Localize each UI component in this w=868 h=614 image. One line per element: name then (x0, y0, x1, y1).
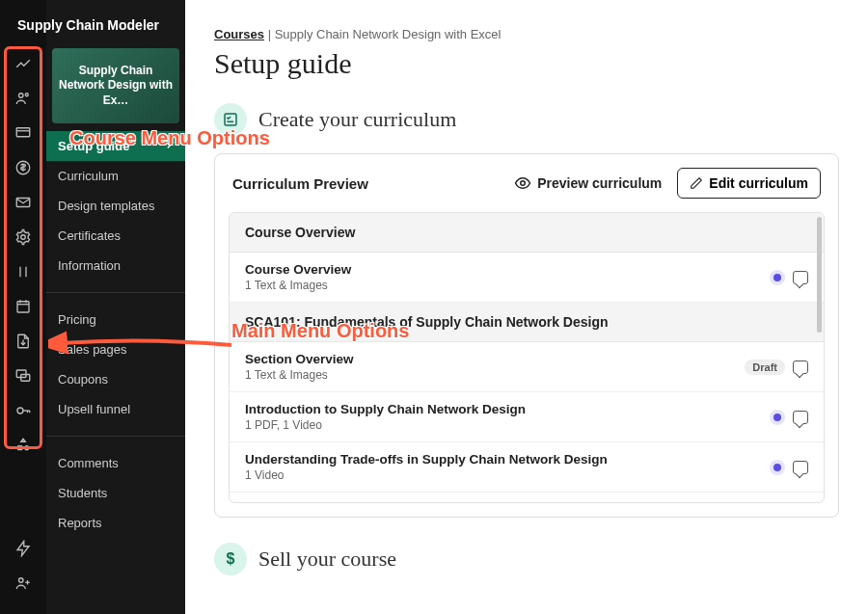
sidebar-item-pricing[interactable]: Pricing (46, 305, 185, 334)
section-title: Create your curriculum (258, 107, 456, 132)
pause-icon[interactable] (10, 258, 37, 285)
svg-point-1 (25, 93, 28, 96)
calendar-icon[interactable] (10, 293, 37, 320)
published-icon (770, 460, 785, 475)
curriculum-section-header: SCA101: Fundamentals of Supply Chain Net… (230, 303, 824, 342)
comment-icon[interactable] (793, 461, 808, 474)
analytics-icon[interactable] (10, 50, 37, 77)
main-content: Courses | Supply Chain Network Design wi… (185, 0, 868, 614)
curriculum-lesson[interactable]: Introduction to Supply Chain Network Des… (230, 392, 824, 442)
curriculum-section-header: Course Overview (230, 213, 824, 253)
curriculum-lesson[interactable]: Section Overview1 Text & ImagesDraft (230, 342, 824, 392)
course-card-title: Supply Chain Network Design with Ex… (58, 64, 174, 109)
comment-icon[interactable] (793, 271, 808, 284)
svg-rect-9 (17, 302, 29, 312)
published-icon (770, 502, 785, 503)
site-icon[interactable] (10, 120, 37, 147)
main-nav-rail (0, 0, 46, 614)
svg-point-22 (25, 446, 29, 450)
curriculum-list[interactable]: Course OverviewCourse Overview1 Text & I… (229, 212, 825, 503)
users-icon[interactable] (10, 85, 37, 112)
svg-point-16 (17, 408, 23, 414)
published-icon (770, 270, 785, 285)
svg-point-29 (521, 181, 526, 186)
divider (46, 292, 185, 293)
course-sidebar: Supply Chain Modeler Supply Chain Networ… (46, 0, 185, 614)
apps-icon[interactable] (10, 432, 37, 459)
section-sell-header: $ Sell your course (214, 543, 839, 575)
svg-marker-20 (21, 439, 26, 441)
edit-curriculum-button[interactable]: Edit curriculum (677, 168, 821, 199)
curriculum-lesson[interactable]: Factors affecting Supply Chain Network D… (230, 493, 824, 503)
eye-icon (514, 174, 531, 192)
course-card[interactable]: Supply Chain Network Design with Ex… (52, 48, 179, 123)
svg-rect-27 (225, 114, 236, 125)
comment-icon[interactable] (793, 360, 808, 374)
breadcrumb-root[interactable]: Courses (214, 27, 264, 41)
sales-icon[interactable] (10, 154, 37, 181)
sidebar-item-students[interactable]: Students (46, 478, 185, 508)
people-plus-icon[interactable] (10, 570, 37, 597)
sidebar-item-design-templates[interactable]: Design templates (46, 191, 185, 221)
email-icon[interactable] (10, 189, 37, 216)
svg-rect-21 (18, 446, 22, 450)
divider (46, 436, 185, 437)
pencil-icon (690, 176, 703, 190)
dollar-icon: $ (214, 543, 247, 575)
sidebar-item-information[interactable]: Information (46, 251, 185, 280)
chat-icon[interactable] (10, 362, 37, 389)
sidebar-item-upsell-funnel[interactable]: Upsell funnel (46, 394, 185, 424)
key-icon[interactable] (10, 397, 37, 424)
sidebar-item-setup-guide[interactable]: Setup guide (46, 131, 185, 161)
sidebar-item-coupons[interactable]: Coupons (46, 364, 185, 394)
svg-point-6 (21, 235, 26, 240)
settings-icon[interactable] (10, 224, 37, 251)
breadcrumb-current: Supply Chain Network Design with Excel (275, 27, 502, 41)
section-title: Sell your course (258, 547, 396, 572)
chevron-right-icon (164, 139, 174, 153)
download-icon[interactable] (10, 328, 37, 355)
panel-title: Curriculum Preview (232, 175, 368, 192)
sidebar-item-certificates[interactable]: Certificates (46, 221, 185, 251)
published-icon (770, 410, 785, 425)
draft-badge: Draft (745, 360, 785, 375)
curriculum-panel: Curriculum Preview Preview curriculum Ed… (214, 153, 839, 518)
svg-marker-23 (17, 542, 29, 556)
checklist-icon (214, 103, 247, 136)
section-curriculum-header: Create your curriculum (214, 103, 839, 136)
sidebar-item-sales-pages[interactable]: Sales pages (46, 334, 185, 364)
sidebar-item-reports[interactable]: Reports (46, 508, 185, 538)
svg-point-24 (19, 578, 24, 583)
page-title: Setup guide (214, 47, 839, 80)
breadcrumb: Courses | Supply Chain Network Design wi… (214, 27, 839, 41)
sidebar-item-comments[interactable]: Comments (46, 448, 185, 478)
app-title: Supply Chain Modeler (8, 0, 172, 42)
curriculum-lesson[interactable]: Understanding Trade-offs in Supply Chain… (230, 442, 824, 493)
comment-icon[interactable] (793, 411, 808, 424)
bolt-icon[interactable] (10, 535, 37, 562)
svg-rect-2 (16, 128, 30, 137)
sidebar-item-curriculum[interactable]: Curriculum (46, 161, 185, 191)
preview-curriculum-link[interactable]: Preview curriculum (514, 174, 662, 192)
svg-point-0 (19, 93, 24, 98)
curriculum-lesson[interactable]: Course Overview1 Text & Images (230, 253, 824, 303)
